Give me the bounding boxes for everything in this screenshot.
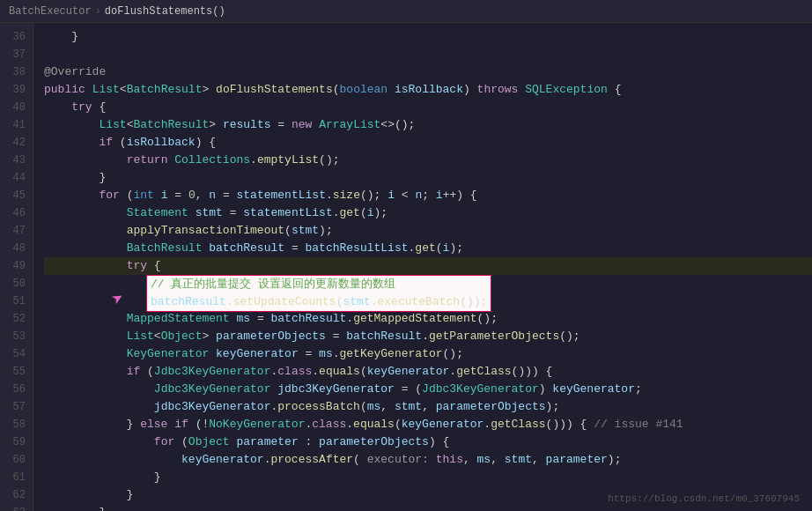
line-number: 61 [4,469,26,486]
line-number: 55 [4,363,26,381]
code-line: keyGenerator.processAfter( executor: thi… [44,451,812,469]
line-number: 59 [4,433,26,451]
code-line: } [44,469,812,486]
code-line [44,46,812,63]
line-number: 52 [4,310,26,328]
line-number: 44 [4,169,26,187]
line-number: 42 [4,134,26,152]
code-line: if (Jdbc3KeyGenerator.class.equals(keyGe… [44,363,812,381]
line-number: 48 [4,240,26,257]
code-line: @Override [44,63,812,81]
line-number: 47 [4,222,26,240]
annotation-line-1: // 真正的批量提交 设置返回的更新数量的数组 [151,276,487,293]
code-line: for (int i = 0, n = statementList.size()… [44,187,812,204]
code-line: Jdbc3KeyGenerator jdbc3KeyGenerator = (J… [44,381,812,398]
breadcrumb-class: BatchExecutor [9,5,92,18]
annotation-line-2: batchResult.setUpdateCounts(stmt.execute… [151,293,487,311]
line-number: 40 [4,99,26,116]
line-number: 49 [4,257,26,275]
line-number: 43 [4,152,26,169]
line-number: 37 [4,46,26,63]
breadcrumb-bar: BatchExecutor › doFlushStatements() [0,0,812,23]
annotation-box: // 真正的批量提交 设置返回的更新数量的数组 batchResult.setU… [146,275,491,312]
code-line: try { [44,257,812,275]
code-area: 3637383940414243444546474849505152535455… [0,23,812,511]
code-line: } else if (!NoKeyGenerator.class.equals(… [44,416,812,433]
code-line: public List<BatchResult> doFlushStatemen… [44,81,812,99]
code-content[interactable]: }@Overridepublic List<BatchResult> doFlu… [33,23,812,511]
line-number: 54 [4,345,26,363]
code-line: } [44,28,812,46]
line-number: 60 [4,451,26,469]
line-number: 62 [4,486,26,504]
code-line: for (Object parameter : parameterObjects… [44,433,812,451]
breadcrumb-sep: › [95,5,101,18]
line-number: 63 [4,504,26,511]
line-number: 39 [4,81,26,99]
code-line: } [44,169,812,187]
code-line: List<Object> parameterObjects = batchRes… [44,328,812,345]
code-line: if (isRollback) { [44,134,812,152]
code-line: jdbc3KeyGenerator.processBatch(ms, stmt,… [44,398,812,416]
line-numbers: 3637383940414243444546474849505152535455… [0,23,33,511]
line-number: 36 [4,28,26,46]
line-number: 56 [4,381,26,398]
line-number: 46 [4,204,26,222]
code-line: return Collections.emptyList(); [44,152,812,169]
watermark: https://blog.csdn.net/m0_37607945 [608,493,800,504]
line-number: 57 [4,398,26,416]
code-line: Statement stmt = statementList.get(i); [44,204,812,222]
line-number: 50 [4,275,26,293]
code-line: List<BatchResult> results = new ArrayLis… [44,116,812,134]
line-number: 51 [4,293,26,310]
code-line: KeyGenerator keyGenerator = ms.getKeyGen… [44,345,812,363]
code-line: applyTransactionTimeout(stmt); [44,222,812,240]
breadcrumb-method: doFlushStatements() [105,5,225,18]
code-line: BatchResult batchResult = batchResultLis… [44,240,812,257]
code-line: MappedStatement ms = batchResult.getMapp… [44,310,812,328]
line-number: 41 [4,116,26,134]
line-number: 53 [4,328,26,345]
line-number: 38 [4,63,26,81]
line-number: 58 [4,416,26,433]
code-line: } [44,504,812,511]
code-line: try { [44,99,812,116]
line-number: 45 [4,187,26,204]
